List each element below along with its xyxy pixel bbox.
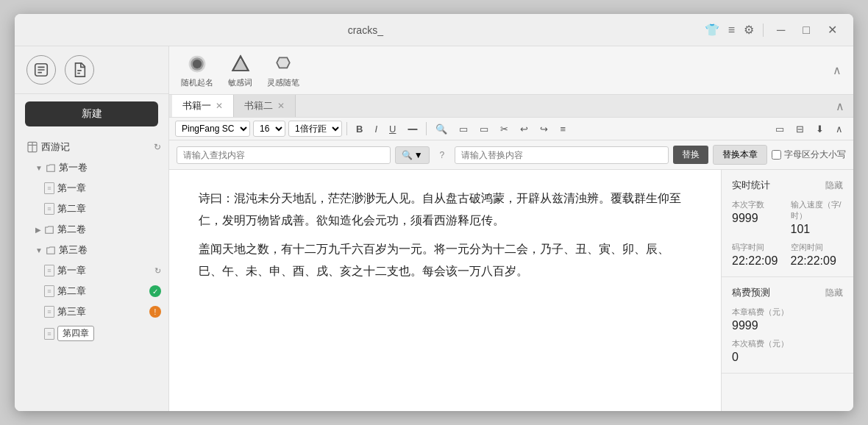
refresh-icon[interactable]: ↻ [154,266,161,276]
sidebar: 新建 西游记 ↻ ▼ 第一卷 ≡ 第一章 [15,46,169,411]
tabs-collapse-button[interactable]: ∧ [830,96,850,116]
format-box2-button[interactable]: ▭ [475,121,493,137]
scissors-button[interactable]: ✂ [496,121,513,137]
session-fee-label: 本次稿费（元） [732,338,843,349]
case-sensitive-checkbox[interactable] [772,150,781,160]
sensitive-label: 敏感词 [228,77,252,88]
collapse-editor-button[interactable]: ∧ [831,121,847,137]
format-separator [346,122,347,135]
typing-time-label: 码字时间 [732,242,785,253]
tab-close-icon[interactable]: ✕ [216,101,223,111]
status-badge-green: ✓ [149,285,161,297]
sensitive-icon [229,52,252,76]
predict-stats-title: 稿费预测 [732,286,770,299]
predict-stats-header: 稿费预测 隐藏 [732,286,843,299]
typing-time-value: 22:22:09 [732,254,785,268]
tree-item-j3ch3[interactable]: ≡ 第三章 ! [15,301,168,322]
realtime-hide-button[interactable]: 隐藏 [825,179,843,192]
font-family-select[interactable]: PingFang SC [175,121,250,137]
format-bar: PingFang SC 16 1倍行距 B I U — 🔍 ▭ ▭ ✂ ↩ [169,118,853,140]
gear-icon[interactable]: ⚙ [744,23,754,37]
replace-button[interactable]: 替换 [673,146,708,164]
arrow-icon: ▶ [35,226,41,234]
main-area: 新建 西游记 ↻ ▼ 第一卷 ≡ 第一章 [15,46,853,411]
content-wrapper: 诗曰：混沌未分天地乱，茫茫渺渺无人见。自从盘古破鸿蒙，开辟从兹清浊辨。覆载群生仰… [169,170,853,411]
tab-book1[interactable]: 书籍一 ✕ [172,95,234,117]
stats-panel: 实时统计 隐藏 本次字数 9999 输入速度（字/时） 101 [721,170,853,411]
predict-hide-button[interactable]: 隐藏 [825,287,843,299]
tab-close-icon[interactable]: ✕ [277,101,285,111]
user-icon-button[interactable] [26,55,56,85]
view-split-button[interactable]: ⊟ [791,121,808,137]
minimize-button[interactable]: ─ [772,22,789,38]
titlebar: cracks_ 👕 ≡ ⚙ ─ □ ✕ [15,14,853,46]
menu-icon[interactable]: ≡ [728,24,735,37]
editor-content[interactable]: 诗曰：混沌未分天地乱，茫茫渺渺无人见。自从盘古破鸿蒙，开辟从兹清浊辨。覆载群生仰… [169,170,721,411]
redo-button[interactable]: ↪ [536,121,552,137]
new-button[interactable]: 新建 [25,101,158,126]
underline-button[interactable]: U [385,121,400,137]
view-single-button[interactable]: ▭ [771,121,789,137]
font-size-select[interactable]: 16 [253,121,285,137]
refresh-icon[interactable]: ↻ [154,142,161,152]
tree-item-ch1[interactable]: ≡ 第一章 [15,178,168,199]
maximize-button[interactable]: □ [798,22,814,38]
tree-item-j3ch1[interactable]: ≡ 第一章 ↻ [15,260,168,281]
strikethrough-button[interactable]: — [403,121,421,137]
italic-button[interactable]: I [370,121,382,137]
search-button[interactable]: 🔍 ▼ [395,146,430,164]
session-fee-value: 0 [732,351,843,364]
file-icon: ≡ [44,285,54,297]
input-speed-item: 输入速度（字/时） 101 [791,199,844,236]
input-speed-value: 101 [791,223,844,236]
tab-label: 书籍一 [182,99,211,113]
file-icon: ≡ [44,265,54,276]
shirt-icon[interactable]: 👕 [705,23,719,37]
predict-stats-grid: 本章稿费（元） 9999 本次稿费（元） 0 [732,307,843,364]
tab-book2[interactable]: 书籍二 ✕ [234,95,296,117]
realtime-stats-grid: 本次字数 9999 输入速度（字/时） 101 码字时间 22:22:09 [732,199,843,268]
undo-button[interactable]: ↩ [516,121,533,137]
random-name-icon [185,52,209,76]
chapter-fee-item: 本章稿费（元） 9999 [732,307,843,332]
inspiration-icon [271,52,295,76]
search-input[interactable] [177,146,391,164]
folder-icon [44,224,54,235]
replace-all-button[interactable]: 替换本章 [713,145,767,165]
tree-label: 第一章 [57,264,86,277]
case-sensitive-label[interactable]: 字母区分大小写 [772,149,846,161]
inspiration-label: 灵感随笔 [267,77,299,88]
toolbar-collapse-button[interactable]: ∧ [833,63,842,77]
editor-paragraph: 诗曰：混沌未分天地乱，茫茫渺渺无人见。自从盘古破鸿蒙，开辟从兹清浊辨。覆载群生仰… [199,188,691,232]
document-icon-button[interactable] [65,55,94,85]
format-box1-button[interactable]: ▭ [455,121,472,137]
list-button[interactable]: ≡ [555,121,570,137]
line-height-select[interactable]: 1倍行距 [288,121,342,137]
tree-label: 第二卷 [57,223,86,236]
arrow-icon: ▼ [35,164,43,172]
tree-item-juan2[interactable]: ▶ 第二卷 [15,219,168,240]
chapter-editing-input[interactable]: 第四章 [57,326,94,341]
tree-label: 第三章 [57,305,86,318]
predict-stats-section: 稿费预测 隐藏 本章稿费（元） 9999 本次稿费（元） 0 [722,277,853,374]
word-count-label: 本次字数 [732,199,785,210]
bold-button[interactable]: B [352,121,367,137]
tool-sensitive[interactable]: 敏感词 [228,52,252,88]
search-help-button[interactable]: ? [434,147,451,163]
realtime-stats-section: 实时统计 隐藏 本次字数 9999 输入速度（字/时） 101 [722,170,853,277]
tree-item-juan3[interactable]: ▼ 第三卷 [15,240,168,260]
file-tree: 西游记 ↻ ▼ 第一卷 ≡ 第一章 ≡ 第二章 [15,134,168,411]
tree-item-xiyouji[interactable]: 西游记 ↻ [15,137,168,157]
tool-inspiration[interactable]: 灵感随笔 [267,52,299,88]
editor-area: 随机起名 敏感词 [169,46,853,411]
close-button[interactable]: ✕ [823,21,842,38]
tree-item-juan1[interactable]: ▼ 第一卷 [15,157,168,178]
svg-point-11 [193,60,202,68]
tree-item-j3ch4[interactable]: ≡ 第四章 [15,322,168,345]
tree-item-j3ch2[interactable]: ≡ 第二章 ✓ [15,281,168,301]
search-format-button[interactable]: 🔍 [431,121,452,137]
download-button[interactable]: ⬇ [811,121,828,137]
tree-item-ch2[interactable]: ≡ 第二章 [15,199,168,219]
replace-input[interactable] [455,146,669,164]
tool-random-name[interactable]: 随机起名 [181,52,213,88]
